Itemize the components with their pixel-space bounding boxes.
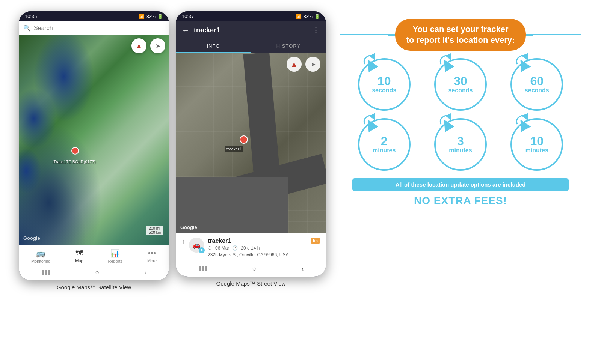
phone2-caption: Google Maps™ Street View	[176, 280, 326, 287]
nav-monitoring[interactable]: 🚌 Monitoring	[27, 248, 54, 264]
scale-bar: 200 mi500 km	[146, 226, 163, 235]
compass-icon: ▲	[131, 38, 146, 53]
phone2-battery: 83%	[304, 14, 313, 19]
phone1-home-bar: ⦀⦀⦀ ○ ‹	[19, 266, 169, 280]
phone1-battery: 83%	[146, 14, 156, 19]
circle-3-number: 3	[457, 135, 464, 147]
tracker-duration: 20 d 14 h	[241, 245, 260, 251]
arrow-30-icon	[438, 53, 451, 66]
home-nav-btn[interactable]: ‹	[144, 269, 146, 277]
nav-map[interactable]: 🗺 Map	[71, 248, 87, 264]
phone2-battery-icon: 🔋	[314, 14, 320, 19]
satellite-map: ▲ ➤ iTrack1TE BOLD(0177) Google 200 mi50…	[19, 35, 169, 245]
circle-10min-number: 10	[530, 135, 544, 147]
tracker-date: 06 Mar	[215, 245, 229, 251]
circle-30-number: 30	[454, 75, 467, 87]
info-title-box: You can set your tracker to report it's …	[395, 19, 526, 51]
tracker-date-icon: ⏱	[208, 245, 212, 251]
more-icon: •••	[148, 249, 156, 257]
nav-monitoring-label: Monitoring	[31, 259, 50, 263]
circle-60-number: 60	[530, 75, 544, 87]
aerial-map: tracker1 ▲ ➤ Google	[176, 53, 326, 233]
circle-10-minutes: 10 minutes	[501, 118, 573, 171]
phone2-time: 10:37	[182, 14, 194, 19]
circle-2-minutes: 2 minutes	[348, 118, 420, 171]
tracker-tabs: INFO HISTORY	[176, 39, 326, 53]
monitoring-icon: 🚌	[36, 249, 45, 258]
phone1-content: 🔍 ▲ ➤ iTrack1TE BOLD(0177) Google 200 mi…	[19, 21, 169, 280]
nav-reports[interactable]: 📊 Reports	[104, 248, 127, 264]
circle-30-unit: seconds	[448, 87, 473, 94]
tracker-icon-wrap: 🚗 P	[189, 238, 204, 253]
phone2-circle-btn[interactable]: ○	[252, 265, 257, 273]
nav-map-label: Map	[75, 259, 83, 263]
info-title-text: You can set your tracker to report it's …	[406, 24, 515, 45]
circle-3-minutes: 3 minutes	[424, 118, 497, 171]
phone1-caption: Google Maps™ Satellite View	[19, 284, 169, 290]
search-bar: 🔍	[19, 21, 169, 35]
home-back-btn[interactable]: ⦀⦀⦀	[41, 269, 50, 277]
reports-icon: 📊	[110, 249, 120, 258]
arrow-2min-icon	[362, 113, 375, 126]
tracker-header: ← tracker1 ⋮	[176, 21, 326, 39]
circle-10-number: 10	[377, 75, 391, 87]
phone1-battery-icon: 🔋	[157, 14, 163, 19]
phone2-back-btn[interactable]: ⦀⦀⦀	[198, 265, 207, 273]
aerial-compass: ▲	[287, 57, 302, 72]
circle-10-unit: seconds	[372, 87, 396, 94]
phone1-signal: 📶	[139, 14, 145, 19]
arrow-3min-icon	[438, 113, 451, 126]
phone2-content: ← tracker1 ⋮ INFO HISTORY	[176, 21, 326, 277]
circle-60-seconds: 60 seconds	[501, 58, 573, 111]
phone2-signal: 📶	[296, 14, 302, 19]
circles-grid: 10 seconds 30 seconds	[340, 58, 581, 171]
aerial-google: Google	[180, 224, 197, 230]
circle-3-unit: minutes	[449, 147, 472, 154]
info-bottom-badge: All of these location update options are…	[352, 178, 569, 191]
marker-label: iTrack1TE BOLD(0177)	[53, 159, 96, 164]
circle-10min-unit: minutes	[525, 147, 548, 154]
search-input[interactable]	[34, 25, 165, 32]
info-panel: You can set your tracker to report it's …	[333, 11, 588, 214]
tracker-info-panel: ↑ 🚗 P tracker1 ⏱ 06 Mar 🕐 20 d 14 h	[176, 233, 326, 262]
map-icon: 🗺	[75, 249, 83, 257]
tab-history[interactable]: HISTORY	[251, 39, 326, 53]
phone1-time: 10:35	[25, 14, 37, 19]
tracker-title: tracker1	[194, 26, 307, 34]
tracker-address: 2325 Myers St, Oroville, CA 95966, USA	[208, 252, 307, 257]
tracker-name: tracker1	[208, 238, 307, 244]
tracker-meta: ⏱ 06 Mar 🕐 20 d 14 h	[208, 245, 307, 251]
circle-2-number: 2	[381, 135, 388, 147]
phone1-mockup: 10:35 📶 83% 🔋 🔍	[19, 11, 169, 280]
tracker-info-text: tracker1 ⏱ 06 Mar 🕐 20 d 14 h 2325 Myers…	[208, 238, 307, 257]
phone1-status-bar: 10:35 📶 83% 🔋	[19, 11, 169, 21]
phone2-home-bar: ⦀⦀⦀ ○ ‹	[176, 262, 326, 277]
arrow-60-icon	[514, 53, 528, 66]
map-marker	[71, 147, 79, 155]
no-extra-fees: NO EXTRA FEES!	[414, 195, 507, 207]
google-watermark: Google	[23, 235, 40, 241]
search-icon: 🔍	[23, 24, 31, 32]
phone2-nav-btn[interactable]: ‹	[301, 265, 304, 273]
nav-more[interactable]: ••• More	[143, 248, 160, 264]
circle-2-unit: minutes	[373, 147, 396, 154]
bottom-badge-text: All of these location update options are…	[396, 181, 526, 188]
home-circle-btn[interactable]: ○	[95, 269, 100, 277]
phone2-mockup: 10:37 📶 83% 🔋 ← tracker1 ⋮	[176, 11, 326, 277]
aerial-nav-btn[interactable]: ➤	[305, 57, 320, 72]
parking-badge: P	[199, 247, 205, 253]
circle-30-seconds: 30 seconds	[424, 58, 497, 111]
tracker-clock-icon: 🕐	[232, 245, 238, 251]
nav-more-label: More	[147, 259, 157, 263]
phone2-status-bar: 10:37 📶 83% 🔋	[176, 11, 326, 21]
back-arrow-icon[interactable]: ←	[182, 26, 189, 35]
aerial-label: tracker1	[225, 146, 243, 152]
aerial-marker	[240, 135, 248, 144]
nav-reports-label: Reports	[108, 259, 123, 263]
arrow-10-icon	[362, 53, 375, 66]
badge-5h: 5h	[311, 238, 320, 244]
more-menu-icon[interactable]: ⋮	[312, 25, 320, 35]
tab-info[interactable]: INFO	[176, 39, 251, 53]
nav-button[interactable]: ➤	[150, 38, 165, 53]
arrow-10min-icon	[514, 113, 528, 126]
